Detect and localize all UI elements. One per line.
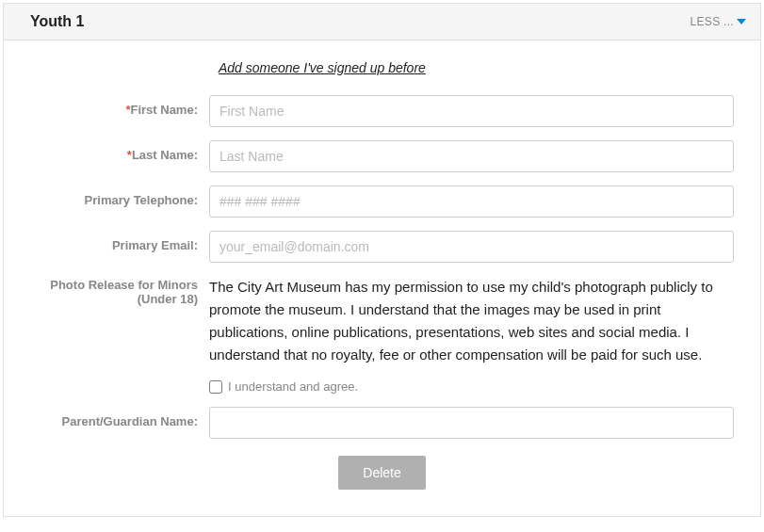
phone-control [209,185,734,218]
first-name-label-text: First Name: [130,103,198,117]
first-name-control [209,95,734,127]
first-name-input[interactable] [209,95,734,127]
photo-release-label: Photo Release for Minors (Under 18) [30,276,209,306]
panel-header: Youth 1 LESS ... [4,4,760,40]
youth-panel: Youth 1 LESS ... Add someone I've signed… [3,3,761,517]
panel-body: Add someone I've signed up before *First… [4,40,760,516]
panel-title: Youth 1 [30,13,84,30]
photo-release-checkbox-row[interactable]: I understand and agree. [209,379,734,394]
photo-release-checkbox-label: I understand and agree. [228,379,358,394]
last-name-label: *Last Name: [30,140,209,162]
email-label: Primary Email: [30,231,209,252]
add-someone-link[interactable]: Add someone I've signed up before [219,60,426,75]
phone-row: Primary Telephone: [30,185,734,218]
delete-row: Delete [30,456,734,490]
first-name-row: *First Name: [30,95,734,127]
collapse-toggle[interactable]: LESS ... [691,15,746,28]
last-name-control [209,140,734,172]
guardian-row: Parent/Guardian Name: [30,407,734,439]
collapse-toggle-label: LESS ... [691,15,734,28]
email-control [209,231,734,263]
phone-label: Primary Telephone: [30,185,209,207]
delete-button[interactable]: Delete [338,456,425,490]
last-name-label-text: Last Name: [132,148,198,162]
first-name-label: *First Name: [30,95,209,117]
svg-marker-0 [737,19,746,24]
add-someone-row: Add someone I've signed up before [219,59,734,76]
guardian-control [209,407,734,439]
photo-release-checkbox[interactable] [209,380,222,394]
email-row: Primary Email: [30,231,734,263]
guardian-label: Parent/Guardian Name: [30,407,209,428]
photo-release-control: The City Art Museum has my permission to… [209,276,734,394]
chevron-down-icon [737,17,746,26]
guardian-input[interactable] [209,407,734,439]
photo-release-row: Photo Release for Minors (Under 18) The … [30,276,734,394]
last-name-row: *Last Name: [30,140,734,172]
email-input[interactable] [209,231,734,263]
phone-input[interactable] [209,185,734,218]
last-name-input[interactable] [209,140,734,172]
photo-release-text: The City Art Museum has my permission to… [209,276,734,366]
